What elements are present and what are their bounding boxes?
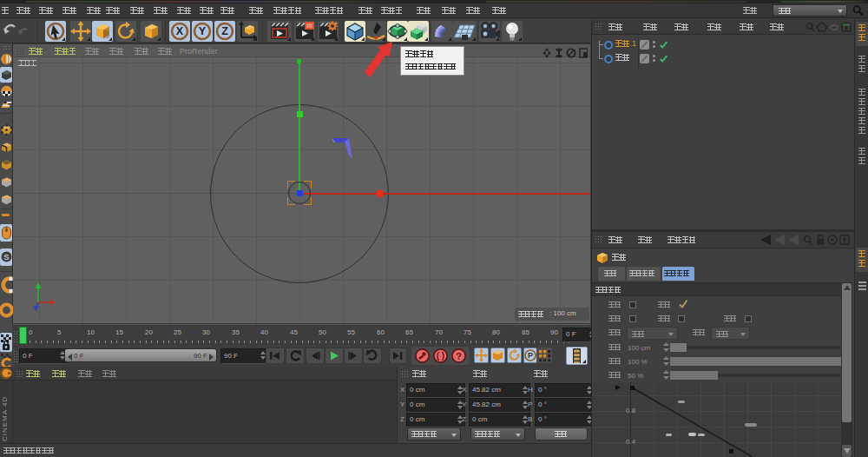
svg-text:?: ? [456, 351, 462, 361]
svg-text:X: X [176, 25, 184, 37]
svg-text:( ): ( ) [437, 351, 444, 361]
svg-text:Y: Y [199, 25, 207, 37]
svg-text:S: S [3, 252, 9, 262]
svg-text:Z: Z [221, 25, 228, 37]
svg-text:P: P [528, 351, 533, 360]
